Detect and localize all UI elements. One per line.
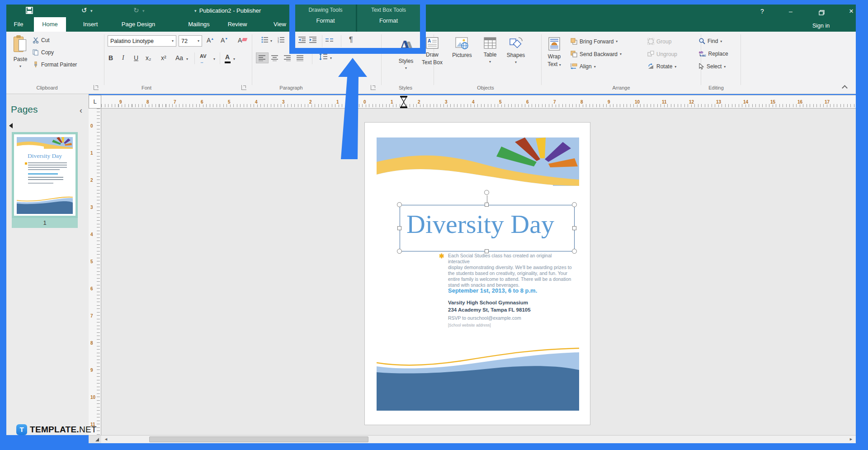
close-button[interactable]: × bbox=[844, 6, 859, 16]
scroll-left-icon[interactable]: ◄ bbox=[104, 437, 108, 441]
resize-handle-e[interactable] bbox=[572, 226, 576, 230]
rotate-button[interactable]: Rotate ▾ bbox=[647, 63, 676, 70]
wrap-text-button[interactable]: Wrap Text ▾ bbox=[544, 37, 565, 67]
align-right-button[interactable] bbox=[284, 55, 291, 63]
redo-button[interactable]: ↻ bbox=[133, 6, 139, 14]
cut-button[interactable]: Cut bbox=[33, 37, 50, 43]
clear-formatting-button[interactable]: A bbox=[238, 37, 242, 44]
help-button[interactable]: ? bbox=[755, 6, 770, 16]
workspace-canvas[interactable]: Diversity Day ✱ Each Social Studies clas… bbox=[101, 109, 856, 435]
horizontal-scrollbar[interactable]: ◄ ► bbox=[101, 435, 856, 443]
footer-artwork[interactable] bbox=[377, 346, 579, 411]
italic-button[interactable]: I bbox=[122, 54, 124, 62]
clipboard-dialog-launcher[interactable] bbox=[94, 85, 99, 90]
h-ruler-number: 13 bbox=[716, 99, 722, 104]
undo-caret-icon[interactable]: ▾ bbox=[90, 9, 93, 13]
page-thumbnail[interactable]: Diversity Day bbox=[12, 132, 78, 218]
format-painter-button[interactable]: Format Painter bbox=[33, 62, 77, 68]
group-button[interactable]: Group bbox=[647, 38, 671, 45]
tab-home[interactable]: Home bbox=[34, 17, 66, 32]
collapse-panel-icon[interactable]: ‹ bbox=[80, 106, 82, 115]
ungroup-button[interactable]: Ungroup bbox=[647, 51, 677, 57]
tab-file[interactable]: File bbox=[8, 17, 29, 32]
banner-artwork[interactable] bbox=[377, 137, 579, 186]
annotation-arrow-up bbox=[335, 54, 375, 163]
venue-line-1[interactable]: Varsity High School Gymnasium bbox=[448, 299, 528, 306]
pictures-button[interactable]: Pictures bbox=[449, 37, 475, 58]
editing-group-label: Editing bbox=[693, 85, 739, 90]
copy-label: Copy bbox=[41, 49, 54, 56]
save-icon[interactable] bbox=[26, 7, 33, 16]
clear-formatting-eraser-icon bbox=[242, 38, 248, 41]
replace-button[interactable]: ab ↳ac Replace bbox=[699, 51, 728, 57]
thumb-banner bbox=[17, 137, 73, 149]
change-case-button[interactable]: Aa bbox=[175, 54, 183, 62]
font-name-combo[interactable]: Palatino Linotype▾ bbox=[108, 35, 176, 47]
align-objects-button[interactable]: Align ▾ bbox=[571, 63, 596, 70]
find-button[interactable]: Find ▾ bbox=[699, 38, 722, 44]
panel-expand-icon[interactable] bbox=[9, 123, 13, 128]
bullets-button[interactable] bbox=[261, 37, 269, 45]
website-placeholder-line[interactable]: [School website address] bbox=[448, 323, 491, 327]
font-dialog-launcher[interactable] bbox=[241, 85, 246, 90]
grow-font-button[interactable]: A▲ bbox=[207, 37, 214, 44]
h-ruler-number: 4 bbox=[472, 99, 475, 104]
group-separator bbox=[741, 34, 741, 85]
character-spacing-button[interactable]: AV↔ bbox=[200, 53, 206, 64]
thumb-page-number[interactable]: 1 bbox=[12, 218, 78, 228]
redo-caret-icon[interactable]: ▾ bbox=[142, 9, 145, 13]
undo-button[interactable]: ↺ bbox=[81, 6, 87, 14]
bring-forward-button[interactable]: Bring Forward ▾ bbox=[571, 38, 618, 45]
resize-handle-sw[interactable] bbox=[397, 249, 402, 254]
resize-handle-nw[interactable] bbox=[397, 202, 402, 207]
resize-handle-ne[interactable] bbox=[572, 202, 577, 207]
copy-button[interactable]: Copy bbox=[33, 49, 54, 56]
bold-button[interactable]: B bbox=[108, 54, 113, 62]
resize-handle-w[interactable] bbox=[397, 226, 401, 230]
justify-button[interactable] bbox=[297, 55, 304, 63]
clipboard-group-label: Clipboard bbox=[20, 85, 74, 90]
select-button[interactable]: Select ▾ bbox=[699, 63, 726, 70]
vertical-ruler[interactable]: 01234567891011 bbox=[89, 109, 101, 435]
tab-review[interactable]: Review bbox=[222, 17, 252, 32]
publication-page[interactable]: Diversity Day ✱ Each Social Studies clas… bbox=[364, 122, 590, 425]
shrink-font-button[interactable]: A▼ bbox=[221, 37, 228, 44]
scroll-right-icon[interactable]: ► bbox=[849, 437, 853, 441]
line-spacing-button[interactable] bbox=[319, 53, 327, 62]
title-text-box[interactable]: Diversity Day bbox=[400, 205, 575, 251]
numbering-button[interactable]: 123 bbox=[278, 37, 285, 45]
restore-button[interactable] bbox=[814, 8, 829, 18]
tab-mailings[interactable]: Mailings bbox=[184, 17, 214, 32]
tab-view[interactable]: View bbox=[268, 17, 292, 32]
resize-grip-icon bbox=[95, 438, 99, 441]
paste-label: Paste bbox=[10, 56, 31, 62]
align-center-button[interactable] bbox=[271, 55, 278, 63]
collapse-ribbon-button[interactable] bbox=[842, 85, 848, 91]
table-button[interactable]: Table ▾ bbox=[479, 37, 501, 64]
subscript-button[interactable]: x₂ bbox=[146, 54, 151, 62]
document-title[interactable]: Diversity Day bbox=[406, 209, 554, 239]
align-left-button[interactable] bbox=[256, 52, 269, 63]
rsvp-line[interactable]: RSVP to ourschool@example.com bbox=[448, 315, 521, 321]
minimize-button[interactable]: – bbox=[783, 6, 798, 16]
sign-in-link[interactable]: Sign in bbox=[812, 23, 830, 29]
font-size-combo[interactable]: 72▾ bbox=[179, 35, 202, 47]
font-color-button[interactable]: A bbox=[225, 53, 230, 61]
resize-handle-n[interactable] bbox=[485, 203, 489, 207]
rotation-handle[interactable] bbox=[484, 190, 489, 195]
horizontal-ruler[interactable]: 98765432101234567891011121314151617 bbox=[101, 95, 856, 109]
underline-button[interactable]: U bbox=[134, 54, 138, 62]
body-paragraph[interactable]: Each Social Studies class has created an… bbox=[448, 253, 575, 288]
send-backward-button[interactable]: Send Backward ▾ bbox=[571, 51, 622, 57]
tab-insert[interactable]: Insert bbox=[79, 17, 102, 32]
superscript-button[interactable]: x² bbox=[161, 54, 166, 62]
scrollbar-thumb[interactable] bbox=[149, 436, 368, 442]
paste-button[interactable]: Paste ▾ bbox=[10, 35, 31, 69]
event-date-line[interactable]: September 1st, 2013, 6 to 8 p.m. bbox=[448, 287, 537, 294]
scroll-corner[interactable] bbox=[89, 435, 101, 443]
shapes-button[interactable]: Shapes ▾ bbox=[504, 37, 528, 65]
tab-page-design[interactable]: Page Design bbox=[109, 17, 167, 32]
venue-line-2[interactable]: 234 Academy St, Tampa FL 98105 bbox=[448, 306, 531, 313]
ruler-origin-box[interactable]: L bbox=[89, 95, 101, 109]
bullets-caret-icon: ▾ bbox=[270, 39, 272, 43]
